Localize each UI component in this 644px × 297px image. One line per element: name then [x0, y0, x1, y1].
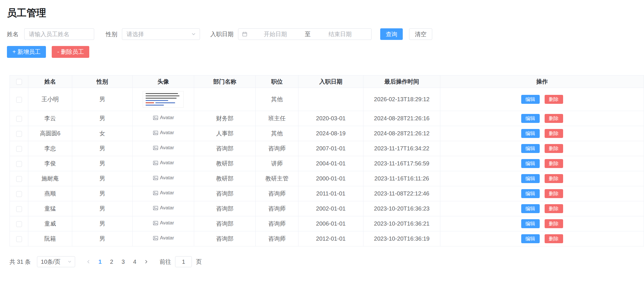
- page-number-2[interactable]: 2: [106, 256, 117, 267]
- edit-button[interactable]: 编辑: [521, 114, 540, 123]
- page-size-value: 10条/页: [41, 258, 60, 266]
- page-number-4[interactable]: 4: [129, 256, 140, 267]
- row-checkbox[interactable]: [16, 116, 22, 122]
- cell-name: 高圆圆6: [28, 126, 72, 141]
- edit-button[interactable]: 编辑: [521, 174, 540, 183]
- cell-hire-date: 2002-01-01: [298, 201, 363, 216]
- edit-button[interactable]: 编辑: [521, 234, 540, 243]
- cell-position: 教研主管: [256, 171, 298, 186]
- hire-date-filter-label: 入职日期: [210, 30, 233, 38]
- row-checkbox[interactable]: [16, 236, 22, 242]
- delete-button[interactable]: 删除: [545, 234, 563, 243]
- broken-image-icon: [153, 115, 159, 121]
- column-header-5: 职位: [256, 75, 298, 88]
- chevron-down-icon: [191, 32, 196, 37]
- page-size-select[interactable]: 10条/页: [37, 256, 75, 267]
- delete-employee-button[interactable]: - 删除员工: [52, 46, 89, 58]
- add-employee-button[interactable]: + 新增员工: [7, 46, 46, 58]
- row-select-cell: [10, 141, 28, 156]
- search-button[interactable]: 查询: [380, 28, 403, 40]
- broken-avatar: Avatar: [153, 115, 174, 121]
- cell-operations: 编辑删除: [440, 231, 644, 246]
- edit-button[interactable]: 编辑: [521, 204, 540, 213]
- avatar-alt-text: Avatar: [160, 190, 174, 196]
- gender-select[interactable]: 请选择: [122, 28, 200, 40]
- delete-button[interactable]: 删除: [545, 114, 563, 123]
- column-header-8: 操作: [440, 75, 644, 88]
- edit-button[interactable]: 编辑: [521, 159, 540, 168]
- edit-button[interactable]: 编辑: [521, 219, 540, 228]
- cell-position: 咨询师: [256, 186, 298, 201]
- edit-button[interactable]: 编辑: [521, 95, 540, 104]
- delete-button[interactable]: 删除: [545, 129, 563, 138]
- cell-position: 咨询师: [256, 216, 298, 231]
- cell-department: 教研部: [194, 171, 256, 186]
- cell-position: 其他: [256, 126, 298, 141]
- cell-gender: 男: [72, 141, 133, 156]
- delete-button[interactable]: 删除: [545, 159, 563, 168]
- cell-name: 李云: [28, 111, 72, 126]
- delete-button[interactable]: 删除: [545, 174, 563, 183]
- cell-last-modified: 2023-11-16T17:56:59: [363, 156, 440, 171]
- broken-image-icon: [153, 190, 159, 196]
- row-checkbox[interactable]: [16, 146, 22, 152]
- cell-name: 童猛: [28, 201, 72, 216]
- table-row: 王小明男其他2026-02-13T18:29:12编辑删除: [10, 88, 644, 111]
- table-row: 阮籍男Avatar咨询部咨询师2012-01-012023-10-20T16:3…: [10, 231, 644, 246]
- row-checkbox[interactable]: [16, 221, 22, 227]
- table-action-bar: + 新增员工 - 删除员工: [7, 46, 644, 58]
- row-checkbox[interactable]: [16, 191, 22, 197]
- cell-operations: 编辑删除: [440, 126, 644, 141]
- start-date-placeholder[interactable]: 开始日期: [248, 30, 303, 38]
- goto-page-input[interactable]: [175, 256, 192, 267]
- total-count: 共 31 条: [10, 258, 31, 266]
- cell-operations: 编辑删除: [440, 88, 644, 111]
- page-number-3[interactable]: 3: [117, 256, 129, 267]
- row-checkbox[interactable]: [16, 161, 22, 167]
- page-number-1[interactable]: 1: [94, 256, 106, 267]
- hire-date-range-picker[interactable]: 开始日期 至 结束日期: [238, 28, 372, 40]
- page-title: 员工管理: [7, 6, 644, 20]
- edit-button[interactable]: 编辑: [521, 129, 540, 138]
- select-all-checkbox[interactable]: [16, 79, 22, 85]
- edit-button[interactable]: 编辑: [521, 189, 540, 198]
- row-checkbox[interactable]: [16, 131, 22, 137]
- delete-button[interactable]: 删除: [545, 219, 563, 228]
- row-select-cell: [10, 216, 28, 231]
- cell-name: 李俊: [28, 156, 72, 171]
- broken-avatar: Avatar: [153, 205, 174, 211]
- cell-last-modified: 2023-11-17T16:34:22: [363, 141, 440, 156]
- delete-button[interactable]: 删除: [545, 189, 563, 198]
- cell-department: 人事部: [194, 126, 256, 141]
- edit-button[interactable]: 编辑: [521, 144, 540, 153]
- name-filter-input[interactable]: [24, 28, 94, 40]
- delete-button[interactable]: 删除: [545, 204, 563, 213]
- avatar-alt-text: Avatar: [160, 175, 174, 181]
- broken-avatar: Avatar: [153, 235, 174, 241]
- table-row: 童威男Avatar咨询部咨询师2006-01-012023-10-20T16:3…: [10, 216, 644, 231]
- row-checkbox[interactable]: [16, 206, 22, 212]
- row-select-cell: [10, 156, 28, 171]
- prev-page-button[interactable]: [83, 256, 94, 267]
- cell-name: 王小明: [28, 88, 72, 111]
- goto-suffix: 页: [196, 258, 202, 266]
- cell-hire-date: 2012-01-01: [298, 231, 363, 246]
- filter-bar: 姓名 性别 请选择 入职日期 开始日期 至 结束日期 查询 清空: [7, 28, 644, 40]
- delete-button[interactable]: 删除: [545, 95, 563, 104]
- cell-last-modified: 2026-02-13T18:29:12: [363, 88, 440, 111]
- cell-operations: 编辑删除: [440, 216, 644, 231]
- clear-button[interactable]: 清空: [409, 28, 432, 40]
- cell-last-modified: 2023-10-20T16:36:23: [363, 201, 440, 216]
- end-date-placeholder[interactable]: 结束日期: [312, 30, 368, 38]
- cell-gender: 男: [72, 216, 133, 231]
- cell-last-modified: 2023-10-20T16:36:19: [363, 231, 440, 246]
- broken-image-icon: [153, 130, 159, 136]
- next-page-button[interactable]: [140, 256, 152, 267]
- column-header-3: 头像: [133, 75, 194, 88]
- row-checkbox[interactable]: [16, 97, 22, 103]
- delete-button[interactable]: 删除: [545, 144, 563, 153]
- row-checkbox[interactable]: [16, 176, 22, 182]
- row-select-cell: [10, 126, 28, 141]
- column-header-7: 最后操作时间: [363, 75, 440, 88]
- row-select-cell: [10, 111, 28, 126]
